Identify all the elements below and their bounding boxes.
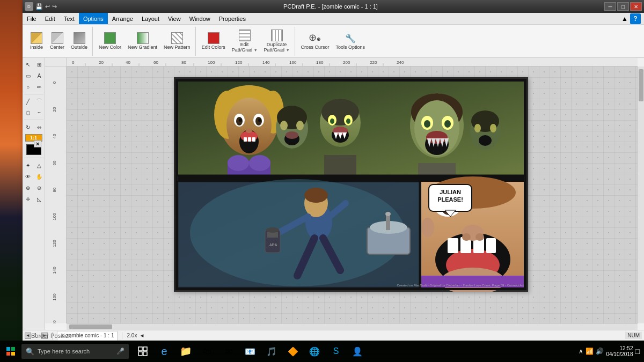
- toolbar-mini-redo[interactable]: ↪: [52, 3, 57, 10]
- document-page: ARA: [174, 77, 528, 292]
- ellipse-tool[interactable]: ○: [23, 82, 33, 92]
- menu-text[interactable]: Text: [60, 13, 79, 24]
- hand-tool[interactable]: ✋: [34, 172, 44, 181]
- window-controls: ─ □ ✕: [604, 2, 642, 11]
- text-tool[interactable]: A: [34, 71, 44, 80]
- svg-point-56: [246, 129, 252, 133]
- volume-icon[interactable]: 🔊: [596, 348, 604, 355]
- edge-browser-icon[interactable]: e: [155, 341, 174, 362]
- menu-layout[interactable]: Layout: [137, 13, 164, 24]
- vertical-scrollbar[interactable]: [638, 67, 644, 323]
- select-tool[interactable]: ↖: [23, 60, 33, 69]
- poly-tool[interactable]: ⬡: [23, 108, 33, 117]
- mail-icon[interactable]: ✉: [219, 341, 238, 362]
- center-button[interactable]: Center: [47, 30, 67, 52]
- pencil-tool[interactable]: ✏: [34, 82, 44, 92]
- center-swatch: [52, 32, 63, 44]
- menu-file[interactable]: File: [23, 13, 41, 24]
- app6-icon[interactable]: 🎵: [262, 341, 281, 362]
- svg-text:220: 220: [370, 60, 377, 65]
- outside-button[interactable]: Outside: [68, 30, 90, 52]
- network-icon[interactable]: 📶: [586, 348, 594, 355]
- menu-arrange[interactable]: Arrange: [108, 13, 137, 24]
- canvas-area[interactable]: ARA: [67, 67, 638, 323]
- maximize-button[interactable]: □: [617, 2, 629, 11]
- app9-icon[interactable]: 👤: [348, 341, 367, 362]
- svg-point-50: [258, 119, 261, 122]
- title-bar-left: D 💾 ↩ ↪: [25, 2, 57, 11]
- horizontal-scrollbar[interactable]: [67, 323, 638, 330]
- menu-view[interactable]: View: [164, 13, 185, 24]
- svg-text:JULIAN: JULIAN: [440, 189, 461, 195]
- svg-point-64: [330, 119, 334, 124]
- store-icon[interactable]: 🛍: [197, 341, 217, 362]
- svg-text:20: 20: [99, 60, 104, 65]
- new-color-button[interactable]: New Color: [96, 30, 124, 52]
- menu-properties[interactable]: Properties: [215, 13, 250, 24]
- svg-rect-151: [143, 352, 147, 356]
- svg-text:60: 60: [153, 60, 158, 65]
- taskbar: 🔍 Type here to search 🎤 e 📁 🛍 ✉ 📧 🎵 🔶 🌐 …: [0, 341, 644, 362]
- vertical-scrollbar-thumb[interactable]: [639, 69, 643, 101]
- svg-text:Created on MacDraft - Original: Created on MacDraft - Original by Cinbad…: [397, 284, 524, 287]
- svg-text:60: 60: [52, 160, 57, 165]
- move-origin-tool[interactable]: ✛: [23, 194, 33, 204]
- svg-rect-116: [386, 214, 390, 230]
- move-tool[interactable]: ✦: [23, 160, 33, 170]
- duplicate-patt-grad-button[interactable]: DuplicatePatt/Grad ▼: [261, 27, 292, 55]
- ruler-corner: [45, 58, 67, 67]
- new-pattern-button[interactable]: New Pattern: [161, 30, 193, 52]
- title-bar: D 💾 ↩ ↪ PCDraft P.E. - [zombie comic - 1…: [23, 0, 644, 13]
- inside-button[interactable]: Inside: [27, 30, 46, 52]
- toolbar-mini-save[interactable]: 💾: [35, 3, 43, 10]
- notification-icon[interactable]: □: [635, 347, 640, 356]
- start-button[interactable]: [0, 341, 21, 362]
- skype-icon[interactable]: S: [326, 341, 346, 362]
- new-gradient-button[interactable]: New Gradient: [125, 30, 160, 52]
- close-button[interactable]: ✕: [630, 2, 642, 11]
- lt-row-10: ✛ ◺: [23, 194, 45, 204]
- app5-icon[interactable]: 📧: [240, 341, 260, 362]
- tools-options-button[interactable]: 🔧 Tools Options: [333, 30, 368, 52]
- system-icons[interactable]: ∧: [579, 348, 583, 355]
- app7-icon[interactable]: 🔶: [283, 341, 303, 362]
- chrome-icon[interactable]: 🌐: [305, 341, 324, 362]
- zoom-tool[interactable]: ⊞: [34, 60, 44, 69]
- menu-options[interactable]: Options: [79, 13, 108, 24]
- svg-point-128: [462, 233, 471, 241]
- lt-row-6: ↻ ⇔: [23, 122, 45, 132]
- rect-tool[interactable]: ▭: [23, 71, 33, 80]
- menu-window[interactable]: Window: [185, 13, 215, 24]
- zoom-in-tool[interactable]: ⊕: [23, 183, 33, 193]
- zoom-out-tool[interactable]: ⊖: [34, 183, 44, 193]
- edit-patt-grad-button[interactable]: EditPatt/Grad ▼: [229, 27, 260, 55]
- scroll-left-button[interactable]: ◄: [139, 333, 144, 338]
- reshape-tool[interactable]: △: [34, 160, 44, 170]
- taskbar-search[interactable]: 🔍 Type here to search 🎤: [21, 344, 129, 359]
- svg-text:D: D: [27, 4, 31, 9]
- file-explorer-icon[interactable]: 📁: [176, 341, 195, 362]
- help-button[interactable]: ?: [630, 13, 641, 24]
- minimize-button[interactable]: ─: [604, 2, 616, 11]
- system-clock[interactable]: 12:52 04/10/2018: [606, 345, 633, 357]
- bezier-tool[interactable]: ~: [34, 108, 44, 117]
- eye-tool[interactable]: 👁: [23, 172, 33, 181]
- rotate-tool[interactable]: ↻: [23, 122, 33, 132]
- line-tool[interactable]: ╱: [23, 97, 33, 106]
- chevron-up-icon[interactable]: ▲: [621, 15, 628, 23]
- mirror-tool[interactable]: ⇔: [34, 122, 44, 132]
- num-badge: NUM: [625, 332, 642, 339]
- task-view-button[interactable]: [133, 341, 152, 362]
- toolbar-mini-undo[interactable]: ↩: [45, 3, 50, 10]
- menu-edit[interactable]: Edit: [41, 13, 60, 24]
- cross-cursor-button[interactable]: ⊕ Cross Cursor: [298, 30, 332, 52]
- arc-tool[interactable]: ⌒: [34, 97, 44, 106]
- close-color-button[interactable]: ✕: [34, 140, 41, 147]
- microphone-icon[interactable]: 🎤: [116, 348, 125, 355]
- lt-row-9: ⊕ ⊖: [23, 182, 45, 193]
- svg-point-58: [228, 155, 249, 171]
- edit-colors-button[interactable]: Edit Colors: [199, 30, 228, 52]
- horizontal-scrollbar-thumb[interactable]: [69, 324, 112, 329]
- color-area: ✕: [26, 144, 41, 155]
- dimension-tool[interactable]: ◺: [34, 194, 44, 204]
